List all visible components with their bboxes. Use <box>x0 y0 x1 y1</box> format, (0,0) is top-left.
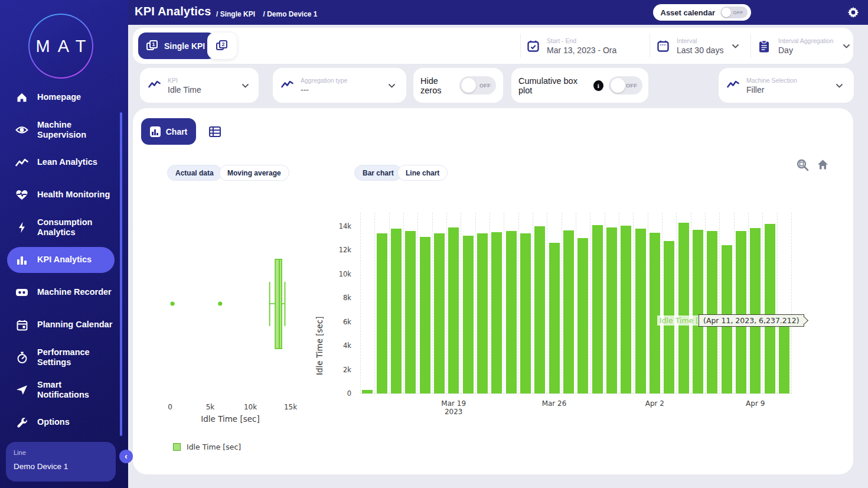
outlier-point[interactable] <box>218 301 222 305</box>
table-tab-icon[interactable] <box>208 125 221 138</box>
bar-y-tick: 8k <box>325 294 351 302</box>
bar[interactable] <box>693 230 703 393</box>
asset-calendar-toggle[interactable]: Asset calendar OFF <box>653 4 752 21</box>
sidebar-item-machine-supervision[interactable]: Machine Supervision <box>7 117 115 143</box>
box-plot[interactable]: 05k10k15kIdle Time [sec] <box>142 210 331 425</box>
legend-item[interactable]: Idle Time [sec] <box>173 443 241 451</box>
gridline <box>590 213 590 394</box>
bar[interactable] <box>434 233 445 393</box>
bar[interactable] <box>635 229 646 393</box>
filter-bar: 1 Single KPI 2 Start - End Mar 13, 2023 … <box>133 28 853 64</box>
bar[interactable] <box>362 390 373 393</box>
bar[interactable] <box>463 236 474 393</box>
bar[interactable] <box>736 231 746 393</box>
machine-selection-select[interactable]: Machine Selection Filler <box>719 68 854 103</box>
gridline <box>518 213 519 394</box>
bar[interactable] <box>477 233 488 393</box>
calendar-icon <box>15 318 28 331</box>
sidebar-item-options[interactable]: Options <box>7 409 115 435</box>
bar[interactable] <box>405 231 416 393</box>
bar[interactable] <box>391 229 402 393</box>
info-icon[interactable]: i <box>593 80 603 91</box>
bar[interactable] <box>606 227 617 393</box>
start-end-field[interactable]: Start - End Mar 13, 2023 - Ora <box>527 28 616 64</box>
bar[interactable] <box>506 231 517 393</box>
bar[interactable] <box>621 226 631 393</box>
bar[interactable] <box>779 319 789 393</box>
multi-kpi-tab[interactable]: 2 <box>207 32 237 59</box>
tooltip: (Apr 11, 2023, 6,237.212) <box>699 314 804 327</box>
aggregation-type-select[interactable]: Aggregation type --- <box>273 68 406 103</box>
gridline <box>576 213 576 394</box>
home-icon[interactable] <box>817 159 829 171</box>
cumulative-box-plot-switch[interactable]: OFF <box>609 76 642 95</box>
heart-pulse-icon <box>15 188 28 201</box>
interval-value: Last 30 days <box>677 45 723 55</box>
sidebar-item-health-monitoring[interactable]: Health Monitoring <box>7 182 115 208</box>
sidebar-item-homepage[interactable]: Homepage <box>7 84 115 110</box>
recorder-icon <box>15 286 28 299</box>
gear-icon[interactable] <box>847 6 859 18</box>
single-kpi-label: Single KPI <box>164 41 205 51</box>
bar[interactable] <box>650 233 660 393</box>
sidebar-item-smart-notifications[interactable]: Smart Notifications <box>7 377 115 403</box>
box-x-tick: 5k <box>206 403 215 411</box>
sidebar-item-lean-analytics[interactable]: Lean Analytics <box>7 149 115 175</box>
header: KPI Analytics / Single KPI / Demo Device… <box>128 0 868 25</box>
bar[interactable] <box>765 224 775 393</box>
kpi-select[interactable]: KPI Idle Time <box>140 68 259 103</box>
bar[interactable] <box>448 227 459 393</box>
gridline <box>676 213 677 394</box>
gridline <box>490 213 490 394</box>
bar[interactable] <box>520 233 531 393</box>
trend-icon <box>281 80 293 92</box>
sidebar-item-label: KPI Analytics <box>37 255 115 265</box>
bar[interactable] <box>549 243 560 393</box>
bar-chart-button[interactable]: Bar chart <box>354 165 402 181</box>
machine-selection-label: Machine Selection <box>746 77 827 84</box>
trend-icon <box>15 156 28 169</box>
interval-aggregation-field[interactable]: Interval Aggregation Day <box>759 28 850 64</box>
sidebar-item-performance-settings[interactable]: Performance Settings <box>7 344 115 370</box>
sidebar-item-kpi-analytics[interactable]: KPI Analytics <box>7 247 115 273</box>
bar[interactable] <box>707 231 717 393</box>
sidebar-item-label: Homepage <box>37 92 115 102</box>
start-end-label: Start - End <box>547 37 616 44</box>
bar[interactable] <box>491 232 502 393</box>
single-kpi-tab[interactable]: 1 Single KPI <box>138 32 216 59</box>
interval-label: Interval <box>677 37 723 44</box>
sidebar-item-planning-calendar[interactable]: Planning Calendar <box>7 312 115 338</box>
breadcrumb-item[interactable]: / Demo Device 1 <box>263 10 317 18</box>
toggle-knob <box>611 78 625 93</box>
sidebar-collapse-button[interactable]: ‹ <box>119 450 133 463</box>
breadcrumb-item[interactable]: / Single KPI <box>216 10 255 18</box>
zoom-icon[interactable] <box>797 159 809 171</box>
bar[interactable] <box>678 223 689 393</box>
bar[interactable] <box>750 228 761 393</box>
line-chart-button[interactable]: Line chart <box>397 165 448 181</box>
bar-plot[interactable]: Idle Time [sec] 02k4k6k8k10k12k14kMar 19… <box>360 213 791 394</box>
breadcrumb: / Single KPI / Demo Device 1 <box>211 8 318 19</box>
asset-calendar-switch[interactable]: OFF <box>720 6 748 18</box>
bar[interactable] <box>577 238 588 393</box>
calendar-check-icon <box>527 40 539 52</box>
actual-data-button[interactable]: Actual data <box>167 165 222 181</box>
bar-x-tick: Mar 192023 <box>427 400 480 417</box>
box[interactable] <box>275 259 282 349</box>
sidebar-item-machine-recorder[interactable]: Machine Recorder <box>7 279 115 305</box>
bar[interactable] <box>420 237 430 393</box>
bar[interactable] <box>563 230 574 393</box>
moving-average-button[interactable]: Moving average <box>219 165 289 181</box>
interval-field[interactable]: Interval Last 30 days <box>657 28 739 64</box>
interval-aggregation-label: Interval Aggregation <box>778 37 834 44</box>
bar-y-tick: 6k <box>325 318 351 326</box>
outlier-point[interactable] <box>170 301 174 305</box>
sidebar-item-consumption-analytics[interactable]: Consumption Analytics <box>7 214 115 240</box>
bar[interactable] <box>534 226 545 393</box>
bar[interactable] <box>592 225 603 393</box>
sidebar-scrollbar[interactable] <box>120 112 122 436</box>
sidebar-item-label: Health Monitoring <box>37 190 115 200</box>
chart-tab[interactable]: Chart <box>141 118 196 145</box>
bar[interactable] <box>377 233 387 393</box>
hide-zeros-switch[interactable]: OFF <box>459 76 496 95</box>
